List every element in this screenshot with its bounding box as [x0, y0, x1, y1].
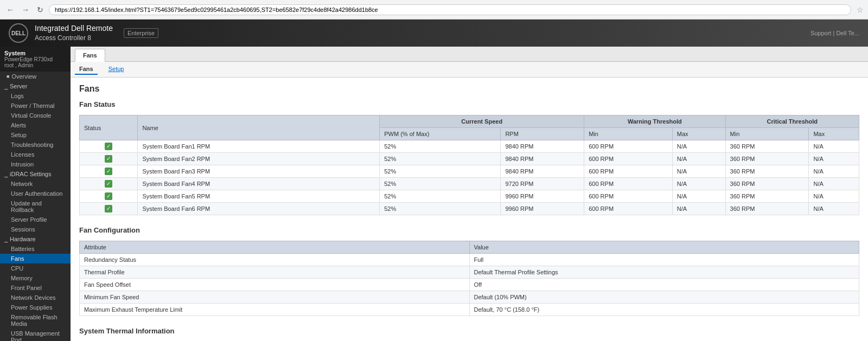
th-warning-threshold: Warning Threshold	[584, 115, 725, 128]
sidebar-group-hardware[interactable]: ⎯ Hardware	[0, 234, 71, 244]
config-row-2: Thermal Profile Default Thermal Profile …	[80, 266, 859, 279]
sidebar-item-logs[interactable]: Logs	[0, 91, 71, 101]
sidebar-item-front-panel[interactable]: Front Panel	[0, 283, 71, 293]
sidebar-item-memory[interactable]: Memory	[0, 273, 71, 283]
fan-crit-max: N/A	[809, 140, 859, 153]
check-icon: ✓	[105, 143, 112, 150]
config-row-1: Redundancy Status Full	[80, 254, 859, 266]
fan-pwm: 52%	[380, 140, 501, 153]
fan-rpm: 9960 RPM	[501, 190, 584, 203]
fan-crit-max: N/A	[809, 203, 859, 215]
config-attr-cell: Minimum Fan Speed	[80, 291, 470, 304]
fan-crit-min: 360 RPM	[725, 140, 809, 153]
minus-icon-server: ⎯	[4, 83, 8, 89]
fan-pwm: 52%	[380, 178, 501, 190]
sidebar-item-fans[interactable]: Fans	[0, 254, 71, 263]
sub-tab-setup[interactable]: Setup	[104, 64, 129, 75]
sidebar-item-power-supplies[interactable]: Power Supplies	[0, 303, 71, 312]
fan-status-section: Fan Status Status Name Current Speed War…	[79, 100, 859, 215]
config-attr-cell: Fan Speed Offset	[80, 279, 470, 291]
refresh-button[interactable]: ↻	[35, 4, 46, 15]
edition-badge: Enterprise	[124, 28, 158, 38]
minus-icon-idrac: ⎯	[4, 171, 8, 177]
fan-config-section: Fan Configuration Attribute Value Redund…	[79, 226, 859, 316]
fan-rpm: 9840 RPM	[501, 153, 584, 165]
fan-crit-min: 360 RPM	[725, 190, 809, 203]
config-row-4: Minimum Fan Speed Default (10% PWM)	[80, 291, 859, 304]
fan-pwm: 52%	[380, 190, 501, 203]
fan-warn-max: N/A	[672, 140, 725, 153]
tab-fans[interactable]: Fans	[75, 49, 105, 62]
dell-tech-link[interactable]: Dell Te...	[836, 30, 859, 36]
th-warn-max: Max	[672, 128, 725, 140]
sidebar-group-server[interactable]: ⎯ Server	[0, 81, 71, 91]
sidebar-item-virtual-console[interactable]: Virtual Console	[0, 111, 71, 120]
config-attr-header: Attribute	[80, 241, 470, 254]
sidebar-label-overview: Overview	[11, 73, 36, 80]
sidebar-item-alerts[interactable]: Alerts	[0, 120, 71, 130]
sidebar-item-intrusion[interactable]: Intrusion	[0, 159, 71, 169]
fan-row-2: ✓ System Board Fan2 RPM 52% 9840 RPM 600…	[80, 153, 859, 165]
back-button[interactable]: ←	[4, 4, 16, 15]
sidebar-item-sessions[interactable]: Sessions	[0, 224, 71, 234]
sidebar-item-user-auth[interactable]: User Authentication	[0, 189, 71, 198]
sidebar-item-power-thermal[interactable]: Power / Thermal	[0, 101, 71, 111]
config-val-header: Value	[469, 241, 859, 254]
sidebar-item-usb-mgmt[interactable]: USB Management Port	[0, 329, 71, 341]
fan-name: System Board Fan5 RPM	[138, 190, 380, 203]
sidebar-item-batteries[interactable]: Batteries	[0, 244, 71, 254]
fan-warn-min: 600 RPM	[584, 190, 673, 203]
fan-crit-min: 360 RPM	[725, 153, 809, 165]
main-layout: System PowerEdge R730xd root , Admin ■ O…	[0, 47, 868, 341]
fan-crit-max: N/A	[809, 190, 859, 203]
fan-status-icon: ✓	[80, 165, 138, 178]
sidebar-item-setup[interactable]: Setup	[0, 130, 71, 140]
url-bar[interactable]	[49, 4, 851, 15]
fan-warn-max: N/A	[672, 178, 725, 190]
fan-status-icon: ✓	[80, 140, 138, 153]
config-val-cell: Default (10% PWM)	[469, 291, 859, 304]
sidebar-item-network-devices[interactable]: Network Devices	[0, 293, 71, 303]
fan-config-title: Fan Configuration	[79, 226, 859, 236]
dell-logo: DELL	[9, 23, 28, 43]
sidebar-item-cpu[interactable]: CPU	[0, 263, 71, 273]
sidebar-item-network[interactable]: Network	[0, 179, 71, 189]
fan-rpm: 9960 RPM	[501, 203, 584, 215]
sidebar-item-overview[interactable]: ■ Overview	[0, 72, 71, 81]
sidebar-item-licenses[interactable]: Licenses	[0, 150, 71, 159]
th-critical-threshold: Critical Threshold	[725, 115, 859, 128]
fan-rpm: 9840 RPM	[501, 165, 584, 178]
config-attr-cell: Thermal Profile	[80, 266, 470, 279]
fan-warn-max: N/A	[672, 203, 725, 215]
page-content: Fans Fan Status Status Name Current Spee…	[71, 78, 868, 341]
forward-button[interactable]: →	[20, 4, 31, 15]
fan-name: System Board Fan4 RPM	[138, 178, 380, 190]
support-link[interactable]: Support	[810, 30, 832, 36]
sidebar: System PowerEdge R730xd root , Admin ■ O…	[0, 47, 71, 341]
sub-tab-fans[interactable]: Fans	[75, 64, 98, 75]
tab-bar-outer: Fans	[71, 47, 868, 62]
user-label: root , Admin	[4, 62, 66, 68]
fan-crit-max: N/A	[809, 178, 859, 190]
sidebar-group-idrac[interactable]: ⎯ iDRAC Settings	[0, 169, 71, 179]
fan-status-icon: ✓	[80, 153, 138, 165]
header-support-links: Support | Dell Te...	[810, 30, 859, 36]
fan-warn-max: N/A	[672, 153, 725, 165]
main-tab-bar: Fans	[75, 47, 864, 61]
fan-warn-min: 600 RPM	[584, 140, 673, 153]
sidebar-item-removable-flash[interactable]: Removable Flash Media	[0, 312, 71, 329]
system-thermal-title: System Thermal Information	[79, 327, 859, 337]
fan-row-5: ✓ System Board Fan5 RPM 52% 9960 RPM 600…	[80, 190, 859, 203]
browser-bar: ← → ↻ ☆	[0, 0, 868, 20]
th-warn-min: Min	[584, 128, 673, 140]
check-icon: ✓	[105, 192, 112, 200]
fan-pwm: 52%	[380, 203, 501, 215]
sidebar-item-update-rollback[interactable]: Update and Rollback	[0, 198, 71, 215]
fan-status-title: Fan Status	[79, 100, 859, 111]
th-crit-min: Min	[725, 128, 809, 140]
bookmark-icon[interactable]: ☆	[857, 5, 864, 14]
sidebar-item-troubleshooting[interactable]: Troubleshooting	[0, 140, 71, 150]
fan-warn-max: N/A	[672, 165, 725, 178]
system-section-header: System PowerEdge R730xd root , Admin	[0, 47, 71, 72]
sidebar-item-server-profile[interactable]: Server Profile	[0, 215, 71, 224]
